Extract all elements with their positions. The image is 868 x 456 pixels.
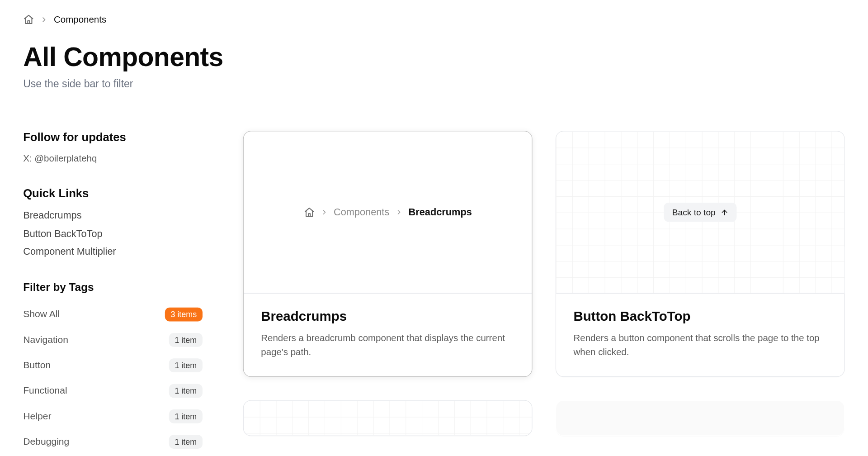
tag-filter-helper[interactable]: Helper 1 item	[23, 404, 203, 429]
tag-count-badge: 1 item	[169, 435, 203, 449]
component-grid: Components Breadcrumps Breadcrumps Rende…	[243, 131, 845, 436]
tag-count-badge: 1 item	[169, 409, 203, 423]
tag-label: Navigation	[23, 334, 68, 345]
card-body: Button BackToTop Renders a button compon…	[556, 294, 844, 376]
quicklinks-section: Quick Links Breadcrumps Button BackToTop…	[23, 187, 203, 261]
page-subtitle: Use the side bar to filter	[23, 78, 845, 90]
tag-count-badge: 1 item	[169, 384, 203, 398]
tag-label: Functional	[23, 385, 67, 396]
card-description: Renders a breadcrumb component that disp…	[261, 331, 514, 359]
tag-filter-navigation[interactable]: Navigation 1 item	[23, 327, 203, 352]
preview-crumb: Components	[334, 206, 389, 218]
breadcrumb: Components	[23, 14, 845, 25]
tag-filter-debugging[interactable]: Debugging 1 item	[23, 429, 203, 454]
preview-crumb-current: Breadcrumps	[409, 206, 472, 218]
quicklink-item[interactable]: Breadcrumps	[23, 206, 203, 224]
component-card-backtotop[interactable]: Back to top Button BackToTop Renders a b…	[556, 131, 845, 377]
tag-filter-functional[interactable]: Functional 1 item	[23, 378, 203, 403]
preview-breadcrumb: Components Breadcrumps	[303, 206, 472, 218]
tag-filter-button[interactable]: Button 1 item	[23, 352, 203, 378]
quicklink-item[interactable]: Button BackToTop	[23, 224, 203, 242]
card-description: Renders a button component that scrolls …	[573, 331, 827, 359]
tag-label: Button	[23, 360, 51, 370]
chevron-right-icon	[395, 209, 403, 216]
component-card-partial[interactable]	[556, 400, 845, 436]
chevron-right-icon	[320, 209, 328, 216]
follow-handle[interactable]: X: @boilerplatehq	[23, 150, 203, 168]
card-preview	[556, 401, 844, 436]
card-body: Breadcrumps Renders a breadcrumb compone…	[244, 294, 532, 376]
follow-heading: Follow for updates	[23, 131, 203, 144]
tag-filter-show-all[interactable]: Show All 3 items	[23, 302, 203, 327]
chevron-right-icon	[40, 15, 48, 24]
arrow-up-icon	[720, 208, 728, 216]
card-title: Breadcrumps	[261, 309, 514, 324]
back-to-top-button: Back to top	[664, 203, 736, 222]
quicklink-item[interactable]: Component Multiplier	[23, 243, 203, 261]
component-card-partial[interactable]	[243, 400, 533, 436]
quicklinks-heading: Quick Links	[23, 187, 203, 200]
card-title: Button BackToTop	[573, 309, 827, 324]
tag-count-badge: 1 item	[169, 333, 203, 347]
component-card-breadcrumps[interactable]: Components Breadcrumps Breadcrumps Rende…	[243, 131, 533, 377]
card-preview	[244, 401, 532, 436]
tag-label: Helper	[23, 411, 51, 422]
page-title: All Components	[23, 41, 845, 72]
tag-count-badge: 3 items	[165, 307, 203, 321]
tag-label: Debugging	[23, 436, 69, 447]
card-preview: Back to top	[556, 132, 844, 294]
follow-section: Follow for updates X: @boilerplatehq	[23, 131, 203, 167]
card-preview: Components Breadcrumps	[244, 132, 532, 294]
tag-count-badge: 1 item	[169, 358, 203, 372]
back-to-top-label: Back to top	[672, 207, 716, 217]
breadcrumb-current[interactable]: Components	[54, 14, 106, 24]
home-icon	[303, 207, 314, 218]
tag-label: Show All	[23, 309, 60, 320]
sidebar: Follow for updates X: @boilerplatehq Qui…	[23, 131, 203, 456]
tags-heading: Filter by Tags	[23, 280, 203, 293]
tags-section: Filter by Tags Show All 3 items Navigati…	[23, 280, 203, 454]
home-icon[interactable]	[23, 14, 34, 25]
